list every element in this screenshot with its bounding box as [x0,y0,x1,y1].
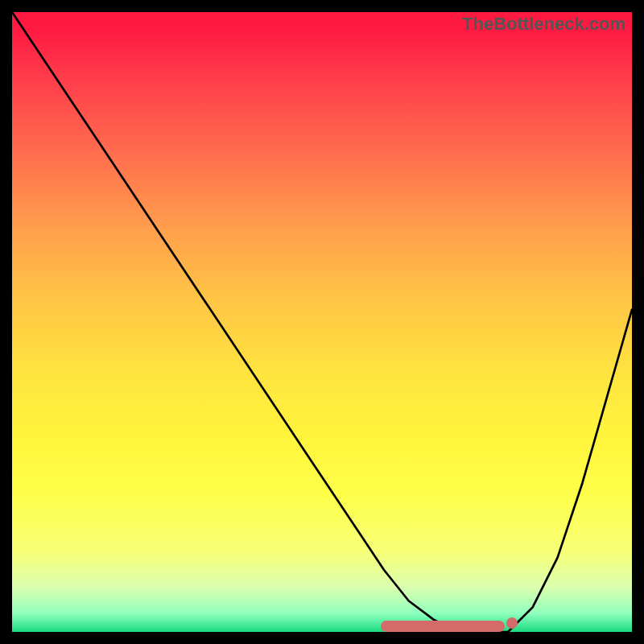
chart-frame: TheBottleneck.com [0,0,644,644]
plot-area: TheBottleneck.com [12,12,632,632]
minimum-highlight-dot [506,617,518,629]
bottleneck-line [12,12,632,632]
minimum-highlight-band [381,621,505,632]
